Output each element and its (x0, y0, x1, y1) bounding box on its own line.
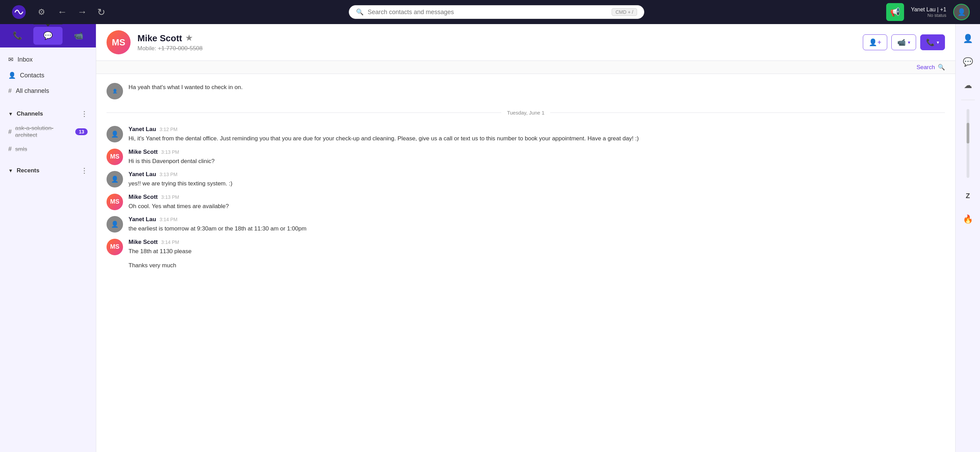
contact-name: Mike Scott ★ (137, 33, 856, 44)
sidebar-item-label: All channels (16, 87, 49, 94)
topbar-nav: ← → ↻ (56, 5, 107, 19)
channel-item-ask-solution[interactable]: # ask-a-solution-architect 13 (0, 121, 96, 142)
message-sender: Yanet Lau (129, 216, 156, 223)
message-time: 3:13 PM (159, 172, 177, 177)
contact-phone: Mobile: +1 770-000-5508 (137, 45, 856, 52)
avatar: 👤 (107, 83, 123, 99)
scrollbar-track[interactable] (967, 109, 969, 178)
person-button[interactable]: 👤 (959, 30, 977, 48)
chat-header: MS Mike Scott ★ Mobile: +1 770-000-5508 … (96, 24, 955, 61)
chat-header-actions: 👤+ 📹 ▾ 📞 ▾ (863, 34, 945, 50)
message-header: Mike Scott 3:14 PM (129, 239, 945, 246)
message-text: Oh cool. Yes what times are available? (129, 202, 945, 211)
hash-icon: # (8, 145, 12, 153)
cloud-button[interactable]: ☁ (959, 77, 977, 94)
message-sender: Mike Scott (129, 239, 158, 246)
hash-icon: # (8, 128, 12, 136)
call-button[interactable]: 📞 ▾ (920, 34, 945, 50)
recents-more-icon[interactable]: ⋮ (81, 166, 88, 175)
sidebar: 📞 💬 Message 📹 ✉ Inbox 👤 Contacts # All c… (0, 24, 96, 452)
message-time: 3:13 PM (161, 149, 179, 155)
message-content: Mike Scott 3:13 PM Hi is this Davenport … (129, 149, 945, 166)
channel-item-smls[interactable]: # smls (0, 142, 96, 156)
message-header: Yanet Lau 3:13 PM (129, 171, 945, 178)
channels-section-title: ▼ Channels (8, 110, 43, 117)
tab-video[interactable]: 📹 (64, 27, 93, 45)
message-tooltip: Message (32, 24, 64, 24)
chat-area: MS Mike Scott ★ Mobile: +1 770-000-5508 … (96, 24, 955, 452)
topbar: ⚙ ← → ↻ 🔍 CMD + / 📢 Yanet Lau | +1 No st… (0, 0, 980, 24)
fire-button[interactable]: 🔥 (959, 210, 977, 228)
message-row: 👤 Yanet Lau 3:14 PM the earliest is tomo… (107, 214, 945, 235)
user-name: Yanet Lau | +1 (911, 6, 946, 13)
sidebar-item-all-channels[interactable]: # All channels (0, 83, 96, 99)
messages-area[interactable]: 👤 Ha yeah that's what I wanted to check … (96, 74, 955, 452)
message-row: 👤 Yanet Lau 3:13 PM yes!! we are trying … (107, 169, 945, 190)
message-sender: Yanet Lau (129, 126, 156, 133)
avatar: MS (107, 239, 123, 255)
phone-icon: 📞 (926, 38, 935, 46)
divider-line (107, 112, 501, 113)
recents-section-header[interactable]: ▼ Recents ⋮ (0, 163, 96, 178)
back-button[interactable]: ← (56, 5, 69, 19)
reload-button[interactable]: ↻ (95, 5, 107, 19)
scrollbar-thumb[interactable] (967, 123, 969, 144)
avatar: 👤 (107, 216, 123, 233)
channel-name: smls (15, 146, 88, 153)
message-text: Hi, it's Yanet from the dental office. J… (129, 134, 945, 143)
forward-button[interactable]: → (76, 5, 89, 19)
message-content: Yanet Lau 3:14 PM the earliest is tomorr… (129, 216, 945, 233)
channels-more-icon[interactable]: ⋮ (81, 110, 88, 118)
chevron-down-icon: ▾ (908, 40, 910, 45)
recents-section-title: ▼ Recents (8, 167, 40, 174)
message-row: 👤 Ha yeah that's what I wanted to check … (107, 81, 945, 101)
message-row: 👤 Yanet Lau 3:12 PM Hi, it's Yanet from … (107, 124, 945, 145)
avatar[interactable]: 👤 (953, 4, 970, 20)
star-icon[interactable]: ★ (186, 34, 192, 43)
right-panel: 👤 💬 ☁ Z 🔥 (955, 24, 980, 452)
tab-phone[interactable]: 📞 (3, 27, 32, 45)
chevron-down-icon: ▾ (937, 40, 939, 45)
phone-number: +1 770-000-5508 (158, 45, 203, 52)
zendesk-button[interactable]: Z (959, 187, 977, 204)
message-text: yes!! we are trying this texting system.… (129, 179, 945, 188)
app-logo[interactable] (10, 3, 27, 21)
megaphone-button[interactable]: 📢 (886, 3, 904, 21)
channels-section: ▼ Channels ⋮ # ask-a-solution-architect … (0, 103, 96, 160)
message-sender: Yanet Lau (129, 171, 156, 178)
user-status: No status (928, 13, 946, 18)
channel-badge: 13 (75, 128, 88, 135)
chat-bubble-button[interactable]: 💬 (959, 53, 977, 71)
add-contact-button[interactable]: 👤+ (863, 34, 887, 50)
message-row: MS Mike Scott 3:13 PM Oh cool. Yes what … (107, 192, 945, 213)
sidebar-item-contacts[interactable]: 👤 Contacts (0, 67, 96, 83)
message-time: 3:14 PM (161, 240, 179, 245)
message-row: MS Thanks very much (107, 259, 945, 280)
user-info: Yanet Lau | +1 No status (911, 6, 946, 18)
channels-section-header[interactable]: ▼ Channels ⋮ (0, 106, 96, 121)
global-search-bar[interactable]: 🔍 CMD + / (349, 5, 644, 19)
sidebar-item-label: Contacts (20, 72, 45, 79)
hash-icon: # (8, 87, 12, 94)
message-content: Thanks very much (129, 261, 945, 270)
message-time: 3:12 PM (159, 126, 177, 132)
message-sender: Mike Scott (129, 149, 158, 155)
sidebar-item-inbox[interactable]: ✉ Inbox (0, 52, 96, 67)
contacts-icon: 👤 (8, 72, 16, 79)
date-divider: Tuesday, June 1 (107, 110, 945, 116)
video-call-button[interactable]: 📹 ▾ (891, 34, 916, 50)
settings-icon[interactable]: ⚙ (38, 7, 45, 17)
chat-search-button[interactable]: Search 🔍 (916, 64, 945, 71)
topbar-right: 📢 Yanet Lau | +1 No status 👤 (886, 3, 970, 21)
message-row: MS Mike Scott 3:13 PM Hi is this Davenpo… (107, 147, 945, 168)
message-content: Ha yeah that's what I wanted to check in… (129, 83, 945, 92)
tab-message[interactable]: 💬 Message (33, 27, 62, 45)
contact-avatar: MS (107, 30, 130, 54)
message-text: The 18th at 1130 please (129, 247, 945, 256)
search-input[interactable] (368, 9, 608, 16)
message-header: Yanet Lau 3:12 PM (129, 126, 945, 133)
sidebar-nav: ✉ Inbox 👤 Contacts # All channels (0, 48, 96, 103)
inbox-icon: ✉ (8, 56, 13, 63)
date-divider-text: Tuesday, June 1 (507, 110, 544, 116)
search-icon: 🔍 (938, 64, 945, 71)
